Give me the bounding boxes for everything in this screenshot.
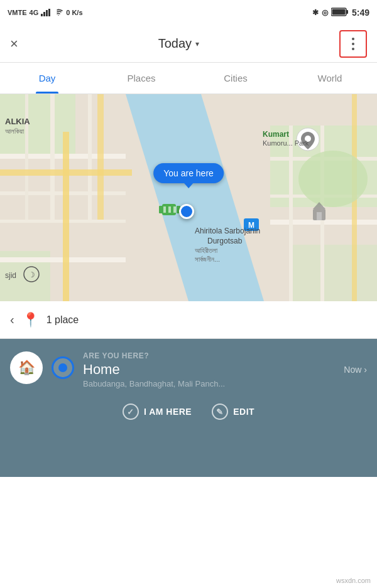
svg-rect-3 bbox=[48, 9, 50, 16]
svg-text:Durgotsab: Durgotsab bbox=[207, 237, 243, 245]
time-label: 5:49 bbox=[352, 8, 369, 18]
network-label: 4G bbox=[30, 9, 39, 16]
svg-text:সার্বজনীন...: সার্বজনীন... bbox=[195, 255, 220, 263]
i-am-here-button[interactable]: ✓ I AM HERE bbox=[123, 404, 192, 420]
svg-rect-19 bbox=[25, 94, 28, 220]
tab-world[interactable]: World bbox=[283, 63, 377, 94]
dot1 bbox=[352, 38, 354, 40]
svg-text:Kumart: Kumart bbox=[263, 130, 289, 139]
svg-rect-5 bbox=[346, 10, 348, 14]
time-arrow-icon: › bbox=[364, 365, 367, 375]
location-icon: ◎ bbox=[322, 8, 328, 17]
watermark: wsxdn.com bbox=[336, 577, 371, 584]
svg-text:ALKIA: ALKIA bbox=[5, 117, 30, 126]
svg-rect-6 bbox=[332, 9, 345, 14]
title-dropdown-arrow[interactable]: ▾ bbox=[195, 40, 199, 48]
i-am-here-label: I AM HERE bbox=[144, 407, 192, 417]
place-address-label: Babudanga, Bandhaghat, Mali Panch... bbox=[83, 379, 367, 388]
svg-rect-22 bbox=[0, 169, 132, 176]
header: × Today ▾ bbox=[0, 25, 377, 63]
svg-rect-2 bbox=[46, 10, 48, 16]
battery-icon bbox=[331, 8, 349, 16]
title-text: Today bbox=[158, 36, 192, 51]
header-title: Today ▾ bbox=[158, 36, 199, 51]
back-arrow-button[interactable]: ‹ bbox=[10, 313, 14, 327]
place-name-label: Home bbox=[83, 361, 120, 378]
svg-text:আহিরীতলা: আহিরীতলা bbox=[195, 247, 218, 254]
svg-rect-20 bbox=[63, 132, 69, 301]
place-info: ARE YOU HERE? Home Now › Babudanga, Band… bbox=[83, 351, 367, 388]
tab-places[interactable]: Places bbox=[94, 63, 188, 94]
location-indicator bbox=[52, 356, 74, 379]
svg-rect-33 bbox=[163, 206, 166, 213]
svg-text:sjid: sjid bbox=[5, 271, 16, 280]
svg-rect-11 bbox=[289, 245, 377, 301]
tabs-bar: Day Places Cities World bbox=[0, 63, 377, 94]
wifi-icon bbox=[53, 9, 63, 16]
svg-rect-31 bbox=[159, 206, 163, 213]
bottom-card: 🏠 ARE YOU HERE? Home Now › Babudanga, Ba… bbox=[0, 339, 377, 477]
svg-rect-35 bbox=[173, 206, 176, 213]
home-icon-container: 🏠 bbox=[10, 351, 43, 384]
edit-icon: ✎ bbox=[212, 404, 228, 420]
map-svg: M ☽ ALKIA আলকিয়া Kumart Kumoru... Park … bbox=[0, 94, 377, 301]
svg-rect-18 bbox=[88, 94, 92, 220]
svg-rect-26 bbox=[289, 126, 293, 301]
svg-text:আলকিয়া: আলকিয়া bbox=[5, 127, 25, 135]
edit-label: EDIT bbox=[233, 407, 254, 417]
location-inner-dot bbox=[58, 363, 67, 372]
you-are-here-bubble: You are here bbox=[153, 163, 224, 183]
svg-rect-1 bbox=[43, 12, 45, 16]
svg-text:Kumoru... Park: Kumoru... Park bbox=[263, 139, 309, 147]
tab-day[interactable]: Day bbox=[0, 63, 94, 94]
edit-button[interactable]: ✎ EDIT bbox=[212, 404, 254, 420]
battery-label bbox=[331, 8, 349, 18]
dot3 bbox=[352, 48, 354, 50]
svg-point-29 bbox=[298, 151, 368, 207]
place-time-label: Now › bbox=[344, 365, 367, 375]
svg-rect-34 bbox=[168, 206, 171, 213]
carrier-label: VMTE bbox=[8, 9, 27, 16]
tab-cities[interactable]: Cities bbox=[188, 63, 283, 94]
svg-rect-21 bbox=[97, 94, 104, 220]
place-question-label: ARE YOU HERE? bbox=[83, 351, 367, 360]
more-options-button[interactable] bbox=[339, 30, 367, 58]
action-buttons: ✓ I AM HERE ✎ EDIT bbox=[10, 398, 367, 420]
pin-icon: 📍 bbox=[22, 312, 39, 328]
place-count-label: 1 place bbox=[46, 314, 79, 326]
location-dot bbox=[179, 204, 194, 219]
download-label: 0 K/s bbox=[66, 9, 82, 16]
place-entry: 🏠 ARE YOU HERE? Home Now › Babudanga, Ba… bbox=[10, 351, 367, 388]
map-container[interactable]: M ☽ ALKIA আলকিয়া Kumart Kumoru... Park … bbox=[0, 94, 377, 301]
info-bar: ‹ 📍 1 place bbox=[0, 301, 377, 339]
svg-rect-44 bbox=[317, 212, 322, 220]
close-button[interactable]: × bbox=[10, 36, 18, 52]
status-bar: VMTE 4G 0 K/s ✱ ◎ 5:49 bbox=[0, 0, 377, 25]
svg-rect-0 bbox=[41, 14, 43, 16]
svg-text:☽: ☽ bbox=[28, 270, 35, 279]
place-name-row: Home Now › bbox=[83, 361, 367, 378]
dot2 bbox=[352, 43, 354, 45]
home-icon: 🏠 bbox=[18, 360, 35, 376]
signal-icon bbox=[41, 9, 51, 16]
status-left: VMTE 4G 0 K/s bbox=[8, 9, 83, 16]
status-right: ✱ ◎ 5:49 bbox=[312, 8, 369, 18]
check-icon: ✓ bbox=[123, 404, 139, 420]
bluetooth-icon: ✱ bbox=[312, 8, 319, 17]
svg-rect-17 bbox=[50, 94, 55, 220]
svg-text:Ahiritola Sarbojanin: Ahiritola Sarbojanin bbox=[195, 227, 260, 235]
